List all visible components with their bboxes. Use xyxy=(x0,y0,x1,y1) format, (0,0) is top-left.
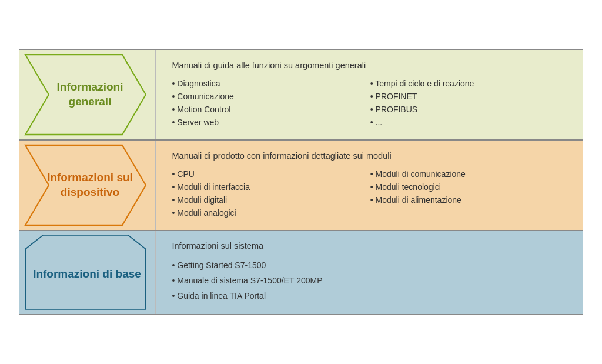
list-item: CPU xyxy=(172,168,370,181)
col-general-1: Diagnostica Comunicazione Motion Control… xyxy=(172,77,370,129)
content-base: Informazioni sul sistema Getting Started… xyxy=(156,231,583,314)
label-text-general: Informazioni generali xyxy=(19,80,155,109)
label-area-base: Informazioni di base xyxy=(19,231,155,314)
content-general: Manuali di guida alle funzioni su argome… xyxy=(156,50,583,139)
label-text-base: Informazioni di base xyxy=(21,267,153,282)
list-item: Moduli tecnologici xyxy=(370,181,568,193)
list-item: Moduli di comunicazione xyxy=(370,168,568,181)
list-item: Manuale di sistema S7-1500/ET 200MP xyxy=(172,273,569,288)
list-item: Moduli di interfaccia xyxy=(172,181,370,193)
list-general-2: Tempi di ciclo e di reazione PROFINET PR… xyxy=(370,77,568,129)
list-item: PROFIBUS xyxy=(370,103,568,116)
main-diagram: Informazioni generali Manuali di guida a… xyxy=(19,49,583,315)
columns-device: CPU Moduli di interfaccia Moduli digital… xyxy=(172,168,569,219)
label-area-device: Informazioni sul dispositivo xyxy=(19,141,155,230)
col-device-2: Moduli di comunicazione Moduli tecnologi… xyxy=(370,168,568,219)
list-device-1: CPU Moduli di interfaccia Moduli digital… xyxy=(172,168,370,219)
list-item: PROFINET xyxy=(370,90,568,103)
heading-base: Informazioni sul sistema xyxy=(172,241,569,251)
list-item: Comunicazione xyxy=(172,90,370,103)
row-base: Informazioni di base Informazioni sul si… xyxy=(19,231,583,314)
col-device-1: CPU Moduli di interfaccia Moduli digital… xyxy=(172,168,370,219)
label-text-device: Informazioni sul dispositivo xyxy=(19,171,155,199)
heading-device: Manuali di prodotto con informazioni det… xyxy=(172,151,569,161)
list-item: Guida in linea TIA Portal xyxy=(172,288,569,303)
list-item: Moduli digitali xyxy=(172,193,370,206)
col-general-2: Tempi di ciclo e di reazione PROFINET PR… xyxy=(370,77,568,129)
list-base: Getting Started S7-1500 Manuale di siste… xyxy=(172,258,569,303)
heading-general: Manuali di guida alle funzioni su argome… xyxy=(172,61,569,70)
list-device-2: Moduli di comunicazione Moduli tecnologi… xyxy=(370,168,568,206)
label-area-general: Informazioni generali xyxy=(19,50,155,139)
list-item: Getting Started S7-1500 xyxy=(172,258,569,273)
list-general-1: Diagnostica Comunicazione Motion Control… xyxy=(172,77,370,129)
list-item: Tempi di ciclo e di reazione xyxy=(370,77,568,90)
row-general: Informazioni generali Manuali di guida a… xyxy=(19,50,583,140)
list-item: Diagnostica xyxy=(172,77,370,90)
content-device: Manuali di prodotto con informazioni det… xyxy=(156,141,583,230)
list-item: ... xyxy=(370,116,568,129)
list-item: Motion Control xyxy=(172,103,370,116)
row-device: Informazioni sul dispositivo Manuali di … xyxy=(19,140,583,231)
list-item: Moduli analogici xyxy=(172,206,370,219)
columns-general: Diagnostica Comunicazione Motion Control… xyxy=(172,77,569,129)
list-item: Moduli di alimentazione xyxy=(370,193,568,206)
list-item: Server web xyxy=(172,116,370,129)
